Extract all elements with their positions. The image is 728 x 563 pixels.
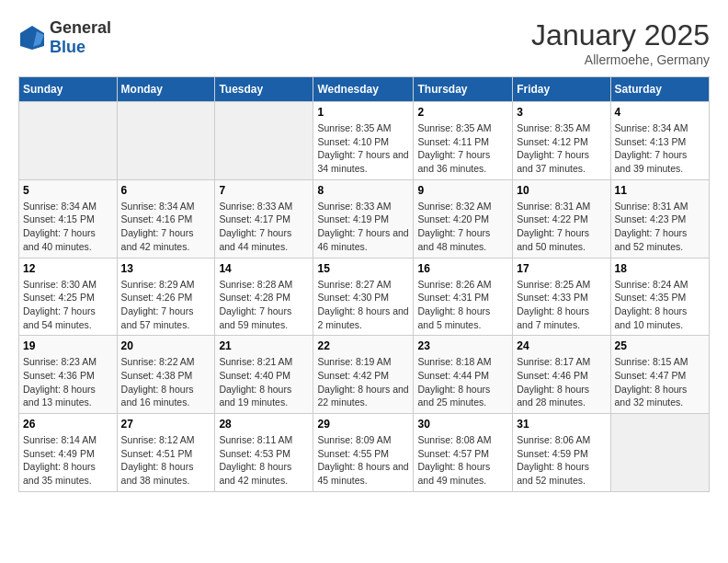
day-info: Sunrise: 8:19 AMSunset: 4:42 PMDaylight:…: [317, 355, 409, 409]
day-number: 3: [517, 106, 606, 119]
day-number: 2: [417, 106, 508, 119]
day-info: Sunrise: 8:06 AMSunset: 4:59 PMDaylight:…: [517, 433, 606, 488]
day-info: Sunrise: 8:18 AMSunset: 4:44 PMDaylight:…: [417, 355, 508, 409]
calendar-cell: 11Sunrise: 8:31 AMSunset: 4:23 PMDayligh…: [610, 179, 709, 258]
day-info: Sunrise: 8:29 AMSunset: 4:26 PMDaylight:…: [121, 278, 211, 332]
calendar-cell: 6Sunrise: 8:34 AMSunset: 4:16 PMDaylight…: [117, 179, 215, 258]
calendar-cell: 8Sunrise: 8:33 AMSunset: 4:19 PMDaylight…: [313, 179, 414, 258]
day-number: 30: [417, 418, 508, 431]
weekday-header: Friday: [513, 77, 610, 102]
day-number: 14: [219, 262, 309, 275]
calendar-cell: 2Sunrise: 8:35 AMSunset: 4:11 PMDaylight…: [414, 102, 513, 180]
calendar-cell: 26Sunrise: 8:14 AMSunset: 4:49 PMDayligh…: [19, 414, 118, 492]
calendar-week-row: 19Sunrise: 8:23 AMSunset: 4:36 PMDayligh…: [19, 336, 710, 414]
calendar-cell: 1Sunrise: 8:35 AMSunset: 4:10 PMDaylight…: [313, 102, 414, 180]
logo-icon: [18, 24, 46, 52]
day-number: 1: [317, 106, 409, 119]
day-number: 13: [121, 262, 211, 275]
day-number: 28: [219, 418, 309, 431]
logo: General Blue: [18, 18, 111, 57]
day-number: 21: [219, 339, 309, 352]
logo-blue: Blue: [50, 38, 85, 56]
calendar-cell: [215, 102, 313, 180]
day-number: 10: [517, 184, 606, 197]
calendar-cell: [117, 102, 215, 180]
day-number: 23: [417, 339, 508, 352]
day-info: Sunrise: 8:11 AMSunset: 4:53 PMDaylight:…: [219, 433, 309, 488]
day-number: 24: [517, 339, 606, 352]
calendar-header-row: SundayMondayTuesdayWednesdayThursdayFrid…: [19, 77, 710, 102]
day-info: Sunrise: 8:30 AMSunset: 4:25 PMDaylight:…: [23, 278, 113, 332]
day-info: Sunrise: 8:26 AMSunset: 4:31 PMDaylight:…: [417, 278, 508, 332]
calendar-cell: 12Sunrise: 8:30 AMSunset: 4:25 PMDayligh…: [19, 258, 118, 336]
day-info: Sunrise: 8:32 AMSunset: 4:20 PMDaylight:…: [417, 200, 508, 254]
calendar-cell: 17Sunrise: 8:25 AMSunset: 4:33 PMDayligh…: [513, 258, 610, 336]
day-number: 22: [317, 339, 409, 352]
day-number: 25: [615, 339, 705, 352]
page-header: General Blue January 2025 Allermoehe, Ge…: [18, 18, 710, 67]
day-number: 4: [615, 106, 705, 119]
calendar-cell: 28Sunrise: 8:11 AMSunset: 4:53 PMDayligh…: [215, 414, 313, 492]
month-title: January 2025: [531, 18, 710, 52]
title-block: January 2025 Allermoehe, Germany: [531, 18, 710, 67]
day-info: Sunrise: 8:34 AMSunset: 4:13 PMDaylight:…: [615, 121, 705, 176]
calendar-cell: 27Sunrise: 8:12 AMSunset: 4:51 PMDayligh…: [117, 414, 215, 492]
weekday-header: Sunday: [19, 77, 118, 102]
calendar-week-row: 12Sunrise: 8:30 AMSunset: 4:25 PMDayligh…: [19, 258, 710, 336]
calendar-cell: 15Sunrise: 8:27 AMSunset: 4:30 PMDayligh…: [313, 258, 414, 336]
day-number: 7: [219, 184, 309, 197]
calendar-cell: 19Sunrise: 8:23 AMSunset: 4:36 PMDayligh…: [19, 336, 118, 414]
day-number: 26: [23, 418, 113, 431]
calendar-cell: 31Sunrise: 8:06 AMSunset: 4:59 PMDayligh…: [513, 414, 610, 492]
day-info: Sunrise: 8:21 AMSunset: 4:40 PMDaylight:…: [219, 355, 309, 409]
calendar-cell: 3Sunrise: 8:35 AMSunset: 4:12 PMDaylight…: [513, 102, 610, 180]
day-number: 12: [23, 262, 113, 275]
day-number: 27: [121, 418, 211, 431]
day-info: Sunrise: 8:09 AMSunset: 4:55 PMDaylight:…: [317, 433, 409, 488]
day-info: Sunrise: 8:23 AMSunset: 4:36 PMDaylight:…: [23, 355, 113, 409]
day-number: 17: [517, 262, 606, 275]
day-info: Sunrise: 8:31 AMSunset: 4:22 PMDaylight:…: [517, 200, 606, 254]
weekday-header: Tuesday: [215, 77, 313, 102]
day-info: Sunrise: 8:14 AMSunset: 4:49 PMDaylight:…: [23, 433, 113, 488]
day-number: 29: [317, 418, 409, 431]
day-info: Sunrise: 8:24 AMSunset: 4:35 PMDaylight:…: [615, 278, 705, 332]
calendar-cell: 29Sunrise: 8:09 AMSunset: 4:55 PMDayligh…: [313, 414, 414, 492]
calendar-cell: 24Sunrise: 8:17 AMSunset: 4:46 PMDayligh…: [513, 336, 610, 414]
day-number: 8: [317, 184, 409, 197]
logo-general: General: [50, 18, 111, 37]
day-number: 6: [121, 184, 211, 197]
calendar-cell: 22Sunrise: 8:19 AMSunset: 4:42 PMDayligh…: [313, 336, 414, 414]
day-info: Sunrise: 8:28 AMSunset: 4:28 PMDaylight:…: [219, 278, 309, 332]
day-info: Sunrise: 8:17 AMSunset: 4:46 PMDaylight:…: [517, 355, 606, 409]
day-number: 11: [615, 184, 705, 197]
calendar-cell: 10Sunrise: 8:31 AMSunset: 4:22 PMDayligh…: [513, 179, 610, 258]
calendar-cell: 20Sunrise: 8:22 AMSunset: 4:38 PMDayligh…: [117, 336, 215, 414]
day-info: Sunrise: 8:35 AMSunset: 4:12 PMDaylight:…: [517, 121, 606, 176]
day-number: 9: [417, 184, 508, 197]
day-number: 20: [121, 339, 211, 352]
calendar-cell: 16Sunrise: 8:26 AMSunset: 4:31 PMDayligh…: [414, 258, 513, 336]
calendar-cell: 30Sunrise: 8:08 AMSunset: 4:57 PMDayligh…: [414, 414, 513, 492]
calendar-cell: 25Sunrise: 8:15 AMSunset: 4:47 PMDayligh…: [610, 336, 709, 414]
day-info: Sunrise: 8:33 AMSunset: 4:17 PMDaylight:…: [219, 200, 309, 254]
calendar-week-row: 26Sunrise: 8:14 AMSunset: 4:49 PMDayligh…: [19, 414, 710, 492]
day-number: 15: [317, 262, 409, 275]
calendar-cell: 9Sunrise: 8:32 AMSunset: 4:20 PMDaylight…: [414, 179, 513, 258]
calendar-week-row: 5Sunrise: 8:34 AMSunset: 4:15 PMDaylight…: [19, 179, 710, 258]
day-info: Sunrise: 8:33 AMSunset: 4:19 PMDaylight:…: [317, 200, 409, 254]
day-info: Sunrise: 8:25 AMSunset: 4:33 PMDaylight:…: [517, 278, 606, 332]
calendar-cell: 7Sunrise: 8:33 AMSunset: 4:17 PMDaylight…: [215, 179, 313, 258]
calendar-cell: [19, 102, 118, 180]
day-info: Sunrise: 8:35 AMSunset: 4:10 PMDaylight:…: [317, 121, 409, 176]
day-info: Sunrise: 8:34 AMSunset: 4:16 PMDaylight:…: [121, 200, 211, 254]
day-number: 31: [517, 418, 606, 431]
calendar-cell: 14Sunrise: 8:28 AMSunset: 4:28 PMDayligh…: [215, 258, 313, 336]
day-number: 5: [23, 184, 113, 197]
weekday-header: Wednesday: [313, 77, 414, 102]
weekday-header: Thursday: [414, 77, 513, 102]
day-info: Sunrise: 8:31 AMSunset: 4:23 PMDaylight:…: [615, 200, 705, 254]
calendar-cell: 21Sunrise: 8:21 AMSunset: 4:40 PMDayligh…: [215, 336, 313, 414]
day-info: Sunrise: 8:34 AMSunset: 4:15 PMDaylight:…: [23, 200, 113, 254]
day-info: Sunrise: 8:12 AMSunset: 4:51 PMDaylight:…: [121, 433, 211, 488]
